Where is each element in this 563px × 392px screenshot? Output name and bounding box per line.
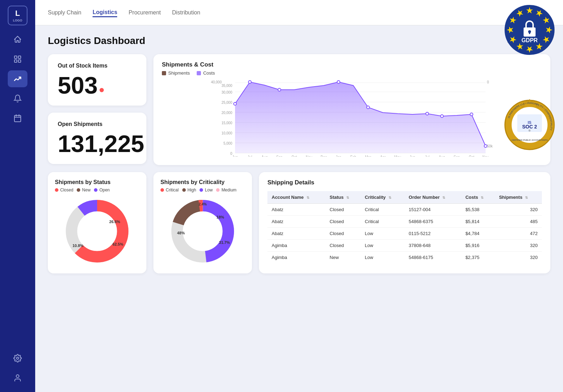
table-header-row: Account Name ⇅ Status ⇅ Criticality ⇅ Or… <box>267 191 542 204</box>
svg-text:SOC 2: SOC 2 <box>522 124 537 129</box>
legend-closed: Closed <box>55 188 73 192</box>
svg-text:CERTIFIED PUBLIC ACCOUNTANTS: CERTIFIED PUBLIC ACCOUNTANTS <box>512 139 548 141</box>
kpi-out-of-stock-indicator <box>100 88 104 92</box>
sort-shipments-icon[interactable]: ⇅ <box>525 196 528 200</box>
legend-medium-dot <box>216 188 220 192</box>
legend-high-label: High <box>188 188 196 192</box>
sort-criticality-icon[interactable]: ⇅ <box>388 196 391 200</box>
logo-letter: L <box>15 9 20 18</box>
page-title: Logistics Dashboard <box>48 35 145 46</box>
legend-shipments: Shipments <box>162 70 190 76</box>
cell-shipments: 320 <box>495 204 542 216</box>
nav-logistics[interactable]: Logistics <box>93 8 117 17</box>
col-account: Account Name ⇅ <box>267 191 325 204</box>
cell-shipments: 320 <box>495 240 542 252</box>
cell-shipments: 320 <box>495 252 542 264</box>
shipping-details-title: Shipping Details <box>267 179 542 186</box>
svg-text:Nov: Nov <box>306 155 312 157</box>
svg-text:50k: 50k <box>487 144 493 148</box>
svg-text:0: 0 <box>487 80 489 84</box>
svg-text:10,000: 10,000 <box>221 131 232 135</box>
kpi-out-of-stock-label: Out of Stock Items <box>58 63 137 69</box>
sidebar-item-settings[interactable] <box>8 350 27 367</box>
kpi-out-of-stock: Out of Stock Items 503 <box>48 54 146 106</box>
cell-order: 0115-5212 <box>405 228 461 240</box>
sidebar-item-grid[interactable] <box>8 51 27 68</box>
svg-text:May: May <box>394 155 401 157</box>
svg-text:30,000: 30,000 <box>221 90 232 94</box>
svg-point-46 <box>278 88 281 91</box>
sort-account-icon[interactable]: ⇅ <box>306 196 309 200</box>
sidebar-item-notifications[interactable] <box>8 90 27 107</box>
shipping-details-card: Shipping Details Account Name ⇅ Status ⇅… <box>259 172 550 273</box>
cell-criticality: Low <box>361 228 405 240</box>
legend-shipments-dot <box>162 71 166 75</box>
nav-distribution[interactable]: Distribution <box>172 8 200 17</box>
logo-text: LOGO <box>13 19 23 22</box>
cell-account: Abatz <box>267 228 325 240</box>
legend-open: Open <box>94 188 109 192</box>
legend-closed-label: Closed <box>60 188 73 192</box>
svg-text:35,000: 35,000 <box>221 84 232 88</box>
sidebar-item-analytics[interactable] <box>8 70 27 87</box>
cell-account: Abatz <box>267 216 325 228</box>
svg-rect-0 <box>14 56 17 58</box>
donut-status-svg: 26.6% 62.5% 10.8% <box>62 196 132 266</box>
donut-criticality-container: 18% 31.7% 48% 2.4% <box>160 196 245 266</box>
cell-status: New <box>325 252 361 264</box>
svg-point-51 <box>470 113 473 116</box>
svg-text:31.7%: 31.7% <box>219 240 230 245</box>
svg-text:Jan: Jan <box>336 155 341 157</box>
kpi-open-shipments-value: 131,225 <box>58 132 144 156</box>
row-2: Shipments by Status Closed New Open <box>48 172 550 273</box>
cell-costs: $5,814 <box>461 216 495 228</box>
main: Supply Chain Logistics Procurement Distr… <box>35 0 563 392</box>
legend-medium-label: Medium <box>221 188 236 192</box>
legend-new-label: New <box>82 188 90 192</box>
cell-account: Abatz <box>267 204 325 216</box>
svg-text:48%: 48% <box>177 231 185 235</box>
donut-status-container: 26.6% 62.5% 10.8% <box>55 196 139 266</box>
shipping-details-table: Account Name ⇅ Status ⇅ Criticality ⇅ Or… <box>267 191 542 263</box>
cell-status: Closed <box>325 204 361 216</box>
kpi-column: Out of Stock Items 503 Open Shipments 13… <box>48 54 146 165</box>
sort-costs-icon[interactable]: ⇅ <box>481 196 483 200</box>
sort-status-icon[interactable]: ⇅ <box>346 196 349 200</box>
content: Logistics Dashboard Date: Jun 12 2024 Ou… <box>35 25 563 392</box>
nav-supply-chain[interactable]: Supply Chain <box>48 8 81 17</box>
table-row: Agimba Closed Low 37808-648 $5,916 320 <box>267 240 542 252</box>
calendar-icon <box>13 114 22 122</box>
svg-point-45 <box>248 81 251 83</box>
svg-text:25,000: 25,000 <box>221 101 232 105</box>
shipments-by-criticality-card: Shipments by Criticality Critical High <box>153 172 252 273</box>
svg-rect-1 <box>18 56 21 58</box>
analytics-icon <box>13 75 22 83</box>
home-icon <box>13 35 22 44</box>
cell-account: Agimba <box>267 240 325 252</box>
kpi-open-shipments-value-row: 131,225 <box>58 132 137 156</box>
cell-order: 15127-004 <box>405 204 461 216</box>
shipments-by-status-title: Shipments by Status <box>55 179 139 185</box>
cell-order: 54868-6175 <box>405 252 461 264</box>
sidebar-item-user[interactable] <box>8 369 27 386</box>
sort-order-icon[interactable]: ⇅ <box>442 196 445 200</box>
cell-criticality: Critical <box>361 204 405 216</box>
cell-order: 54868-6375 <box>405 216 461 228</box>
sidebar-item-home[interactable] <box>8 31 27 48</box>
kpi-out-of-stock-value: 503 <box>58 73 97 97</box>
col-order: Order Number ⇅ <box>405 191 461 204</box>
svg-text:5,000: 5,000 <box>223 141 232 145</box>
svg-text:Jul: Jul <box>425 155 430 157</box>
nav-procurement[interactable]: Procurement <box>128 8 161 17</box>
svg-text:Nov: Nov <box>482 155 489 157</box>
svg-rect-3 <box>18 60 21 62</box>
sidebar-item-calendar[interactable] <box>8 110 27 127</box>
soc2-badge: IS PARTNERS LLC • AVAILABILITY • CONFIDE… <box>503 99 556 151</box>
svg-point-52 <box>484 145 487 147</box>
svg-text:®: ® <box>529 129 531 132</box>
legend-open-label: Open <box>99 188 109 192</box>
content-header: Logistics Dashboard Date: Jun 12 2024 <box>48 35 550 46</box>
svg-text:20,000: 20,000 <box>221 111 232 115</box>
svg-text:Apr: Apr <box>380 155 386 157</box>
svg-point-50 <box>441 115 443 118</box>
